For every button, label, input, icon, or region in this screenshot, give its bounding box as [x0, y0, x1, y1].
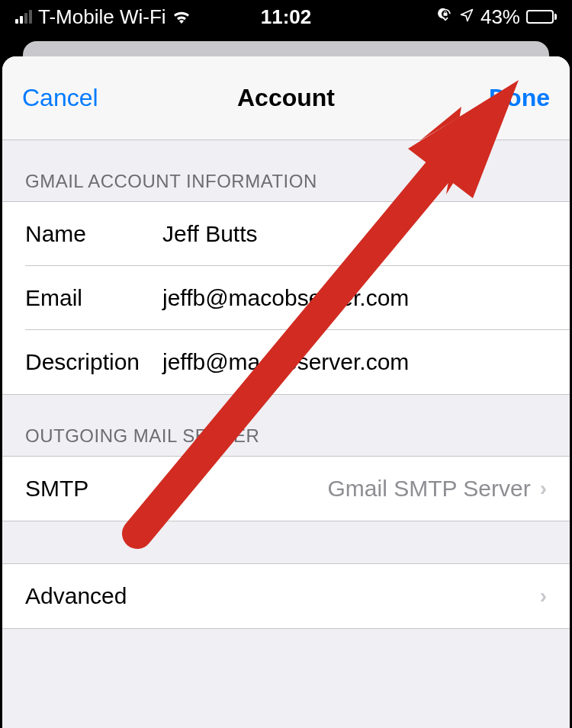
location-icon — [459, 8, 474, 27]
advanced-row[interactable]: Advanced › — [2, 564, 570, 628]
smtp-value: Gmail SMTP Server — [328, 476, 531, 502]
email-row[interactable]: Email jeffb@macobserver.com — [2, 266, 570, 330]
cellular-signal-icon — [15, 10, 32, 24]
done-button[interactable]: Done — [489, 84, 550, 112]
email-value: jeffb@macobserver.com — [162, 285, 547, 311]
description-label: Description — [25, 349, 162, 375]
section-header-outgoing: OUTGOING MAIL SERVER — [2, 395, 570, 456]
account-sheet: Cancel Account Done GMAIL ACCOUNT INFORM… — [2, 56, 570, 728]
advanced-label: Advanced — [25, 583, 127, 609]
description-row[interactable]: Description jeffb@macobserver.com — [2, 330, 570, 394]
outgoing-list: SMTP Gmail SMTP Server › — [2, 456, 570, 521]
battery-percent: 43% — [480, 5, 520, 29]
advanced-list: Advanced › — [2, 563, 570, 629]
account-info-list: Name Jeff Butts Email jeffb@macobserver.… — [2, 201, 570, 395]
section-header-account-info: GMAIL ACCOUNT INFORMATION — [2, 140, 570, 201]
email-label: Email — [25, 285, 162, 311]
name-value: Jeff Butts — [162, 221, 547, 247]
carrier-label: T-Mobile Wi-Fi — [38, 5, 166, 29]
wifi-icon — [172, 5, 191, 29]
chevron-right-icon: › — [540, 476, 547, 501]
chevron-right-icon: › — [540, 584, 547, 608]
page-title: Account — [237, 84, 335, 112]
battery-icon — [526, 10, 557, 24]
smtp-row[interactable]: SMTP Gmail SMTP Server › — [2, 457, 570, 521]
navigation-bar: Cancel Account Done — [2, 56, 570, 140]
cancel-button[interactable]: Cancel — [22, 84, 98, 112]
status-time: 11:02 — [261, 5, 312, 29]
orientation-lock-icon — [438, 8, 453, 27]
status-bar: T-Mobile Wi-Fi 11:02 43% — [0, 0, 572, 34]
smtp-label: SMTP — [25, 476, 88, 502]
description-value: jeffb@macobserver.com — [162, 349, 547, 375]
name-label: Name — [25, 221, 162, 247]
name-row[interactable]: Name Jeff Butts — [2, 202, 570, 266]
